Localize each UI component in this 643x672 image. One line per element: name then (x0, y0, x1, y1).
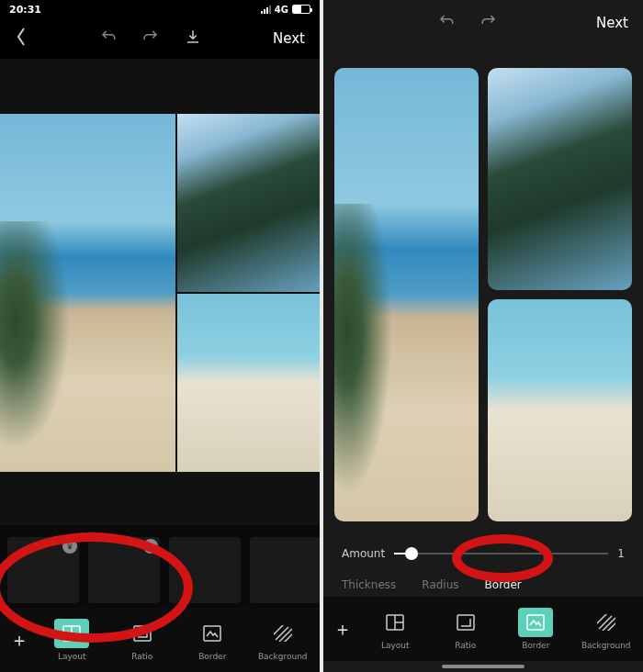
tab-thickness[interactable]: Thickness (342, 578, 396, 591)
amount-slider[interactable] (394, 553, 608, 554)
add-photo-button[interactable]: ＋ (329, 606, 356, 652)
collage-cell-3[interactable] (488, 299, 632, 521)
border-icon (195, 619, 230, 648)
toolbar-item-background[interactable]: Background (252, 619, 315, 661)
screenshot-right: Next Amount 1 Thickness Radius Border ＋ (323, 0, 643, 672)
screenshot-left: 20:31 4G Next (0, 0, 320, 672)
collage-cell-1[interactable] (334, 68, 479, 521)
ratio-icon (448, 608, 483, 637)
status-icons: 4G (261, 5, 310, 15)
undo-button[interactable] (100, 28, 117, 49)
redo-button[interactable] (480, 13, 497, 33)
collage-cell-2[interactable] (488, 68, 632, 290)
tab-border[interactable]: Border (485, 578, 522, 591)
template-hearts-2[interactable]: ♛ (88, 537, 160, 603)
toolbar-item-ratio[interactable]: Ratio (434, 608, 498, 650)
tool-label: Ratio (455, 641, 476, 650)
amount-value: 1 (617, 547, 625, 560)
toolbar-item-border[interactable]: Border (181, 619, 244, 661)
layout-icon (54, 619, 89, 648)
tool-label: Border (522, 641, 549, 650)
status-bar: 20:31 4G (0, 0, 320, 18)
tab-radius[interactable]: Radius (422, 578, 458, 591)
collage-cell-2[interactable] (177, 114, 320, 292)
collage-cell-1[interactable] (0, 114, 175, 472)
tool-label: Layout (58, 652, 86, 661)
collage-cell-3[interactable] (177, 294, 320, 472)
background-icon (589, 608, 624, 637)
next-button[interactable]: Next (273, 30, 305, 47)
layout-icon (378, 608, 412, 637)
next-button[interactable]: Next (596, 15, 628, 31)
network-label: 4G (275, 5, 288, 15)
ratio-icon (125, 619, 160, 648)
toolbar-item-border[interactable]: Border (504, 608, 568, 650)
collage-canvas[interactable] (323, 40, 643, 531)
template-grid-1[interactable] (169, 537, 241, 603)
tool-label: Layout (381, 641, 410, 650)
status-time: 20:31 (9, 4, 41, 16)
svg-rect-3 (134, 626, 151, 641)
amount-label: Amount (342, 547, 385, 560)
crown-icon: ♛ (143, 539, 158, 554)
border-icon (518, 608, 553, 637)
template-hearts-1[interactable]: ♛ (7, 537, 79, 603)
toolbar-item-layout[interactable]: Layout (364, 608, 427, 650)
bottom-toolbar: ＋ Layout Ratio Border Background (323, 597, 643, 661)
bottom-toolbar: ＋ Layout Ratio Border Background (0, 608, 320, 672)
toolbar-item-background[interactable]: Background (575, 608, 638, 650)
battery-icon (292, 5, 310, 14)
svg-rect-8 (457, 615, 474, 630)
template-strip[interactable]: ♛ ♛ (0, 525, 320, 608)
tool-label: Ratio (131, 652, 152, 661)
signal-icon (261, 6, 271, 14)
top-nav: Next (323, 0, 643, 40)
crown-icon: ♛ (62, 539, 77, 554)
back-button[interactable] (15, 26, 28, 51)
slider-thumb[interactable] (405, 547, 418, 560)
download-button[interactable] (185, 28, 201, 49)
add-photo-button[interactable]: ＋ (6, 617, 33, 663)
tool-label: Background (581, 641, 631, 650)
tool-label: Border (198, 652, 226, 661)
tool-label: Background (258, 652, 308, 661)
home-indicator (442, 665, 525, 668)
undo-button[interactable] (438, 13, 455, 33)
border-controls: Amount 1 Thickness Radius Border (323, 531, 643, 597)
collage-canvas[interactable] (0, 59, 320, 525)
redo-button[interactable] (142, 28, 159, 49)
toolbar-item-layout[interactable]: Layout (40, 619, 104, 661)
background-icon (265, 619, 300, 648)
toolbar-item-ratio[interactable]: Ratio (111, 619, 175, 661)
template-grid-2[interactable] (250, 537, 320, 603)
top-nav: Next (0, 18, 320, 59)
